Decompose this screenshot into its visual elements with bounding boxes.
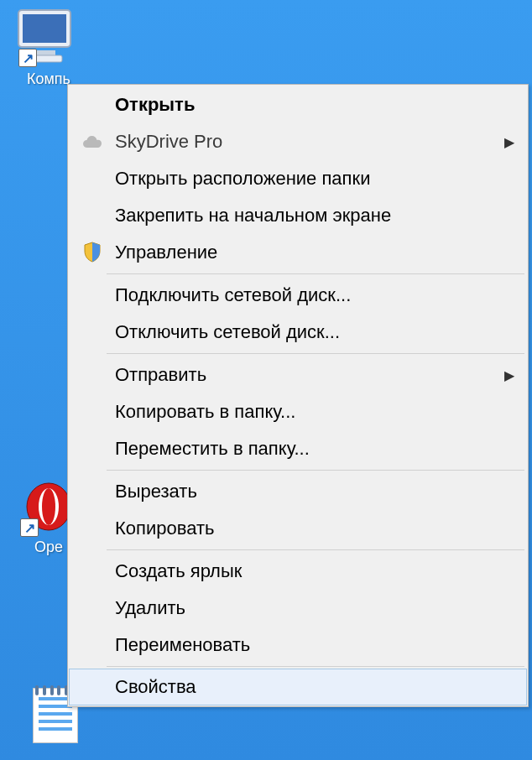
menu-item-copy-to-folder[interactable]: Копировать в папку...	[70, 393, 526, 430]
menu-item-label: SkyDrive Pro	[115, 131, 222, 153]
menu-separator	[107, 470, 524, 471]
menu-item-send-to[interactable]: Отправить ▶	[70, 357, 526, 393]
computer-icon: ↗	[13, 8, 84, 67]
shortcut-overlay-icon: ↗	[18, 49, 37, 67]
menu-separator	[107, 549, 524, 550]
menu-item-create-shortcut[interactable]: Создать ярлык	[70, 553, 526, 590]
menu-item-label: Отключить сетевой диск...	[115, 321, 340, 343]
menu-item-label: Переместить в папку...	[115, 438, 310, 460]
menu-separator	[107, 273, 524, 274]
menu-item-properties[interactable]: Свойства	[69, 669, 527, 705]
opera-icon: ↗	[23, 482, 74, 532]
menu-item-map-drive[interactable]: Подключить сетевой диск...	[70, 277, 526, 314]
menu-item-open-location[interactable]: Открыть расположение папки	[70, 160, 526, 197]
menu-item-label: Вырезать	[115, 481, 197, 502]
shortcut-overlay-icon: ↗	[20, 518, 39, 537]
svg-point-6	[42, 488, 55, 525]
menu-item-label: Управление	[115, 242, 217, 263]
submenu-arrow-icon: ▶	[504, 134, 514, 150]
menu-item-copy[interactable]: Копировать	[70, 510, 526, 547]
submenu-arrow-icon: ▶	[504, 367, 514, 383]
menu-item-cut[interactable]: Вырезать	[70, 473, 526, 510]
menu-item-label: Создать ярлык	[115, 560, 242, 582]
menu-item-move-to-folder[interactable]: Переместить в папку...	[70, 430, 526, 467]
menu-item-delete[interactable]: Удалить	[70, 590, 526, 627]
menu-separator	[107, 666, 524, 667]
menu-item-manage[interactable]: Управление	[70, 234, 526, 271]
menu-item-open[interactable]: Открыть	[70, 86, 526, 123]
menu-item-label: Копировать	[115, 518, 214, 539]
menu-item-disconnect-drive[interactable]: Отключить сетевой диск...	[70, 314, 526, 351]
context-menu: Открыть SkyDrive Pro ▶ Открыть расположе…	[67, 84, 529, 707]
menu-item-label: Копировать в папку...	[115, 401, 295, 423]
menu-item-pin-start[interactable]: Закрепить на начальном экране	[70, 197, 526, 234]
menu-item-label: Открыть расположение папки	[115, 168, 370, 190]
menu-item-label: Удалить	[115, 597, 185, 619]
svg-rect-1	[23, 14, 66, 43]
menu-item-label: Подключить сетевой диск...	[115, 284, 351, 306]
menu-item-label: Свойства	[115, 676, 196, 698]
menu-item-rename[interactable]: Переименовать	[70, 627, 526, 664]
menu-item-skydrive-pro[interactable]: SkyDrive Pro ▶	[70, 123, 526, 160]
cloud-icon	[80, 129, 105, 154]
menu-item-label: Закрепить на начальном экране	[115, 205, 391, 226]
shield-icon	[80, 240, 105, 265]
menu-separator	[107, 353, 524, 354]
menu-item-label: Переименовать	[115, 634, 250, 656]
menu-item-label: Открыть	[115, 94, 195, 116]
menu-item-label: Отправить	[115, 364, 206, 386]
desktop-icon-computer[interactable]: ↗ Компь	[7, 8, 91, 88]
